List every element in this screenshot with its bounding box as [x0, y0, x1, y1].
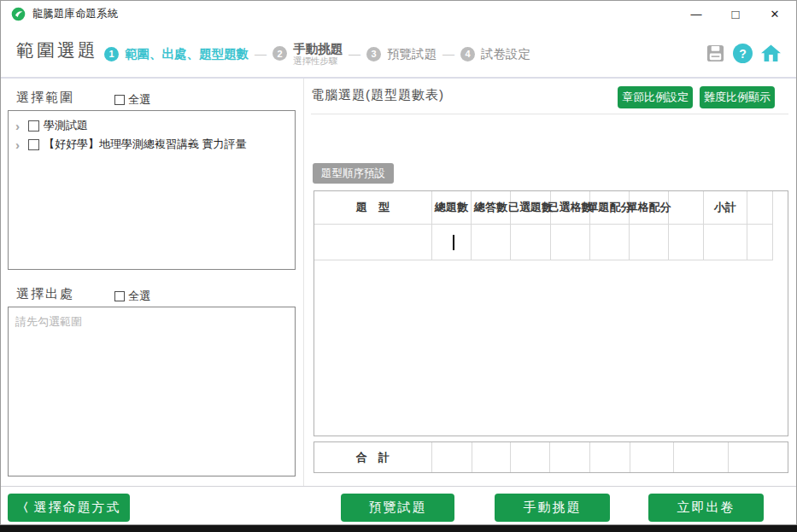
expand-chevron-icon[interactable]: › [15, 138, 24, 151]
step-1-range[interactable]: 1 範圍、出處、題型題數 [104, 46, 249, 62]
total-cell [432, 442, 472, 472]
step-2-manual-pick[interactable]: 2 手動挑題 選擇性步驟 [273, 42, 343, 67]
source-section-title: 選擇出處 [16, 286, 74, 302]
step-separator: — [442, 47, 454, 61]
total-cell [729, 442, 788, 472]
header-icons: ? [706, 43, 782, 64]
question-order-tag[interactable]: 題型順序預設 [313, 163, 394, 184]
col-selected-questions: 已選題數 [511, 191, 551, 225]
source-select-all[interactable]: 全選 [114, 289, 150, 304]
col-spacer-end [747, 191, 773, 225]
difficulty-ratio-button[interactable]: 難度比例顯示 [700, 86, 775, 108]
step-3-label: 預覽試題 [387, 46, 437, 62]
source-placeholder: 請先勾選範圍 [15, 314, 288, 330]
screen: 龍騰題庫命題系統 — □ ✕ 範圍選題 1 範圍、出處、題型題數 — 2 手動挑… [0, 0, 797, 532]
cell-points-per-question[interactable] [590, 225, 630, 260]
step-2-label: 手動挑題 [293, 42, 343, 56]
table-row [314, 225, 788, 260]
text-caret [453, 235, 454, 250]
tree-item-label: 學測試題 [44, 118, 88, 133]
generate-paper-button[interactable]: 立即出卷 [648, 494, 764, 522]
question-type-table: 題 型 總題數 總答數 已選題數 已選格數 單題配分 單格配分 小計 [314, 190, 788, 436]
total-cell [472, 442, 511, 472]
cell-question-type[interactable] [314, 225, 432, 260]
cell-subtotal[interactable] [704, 225, 747, 260]
total-label: 合 計 [314, 442, 432, 472]
total-cell [630, 442, 674, 472]
step-separator: — [349, 47, 360, 61]
cell-spacer [669, 225, 704, 260]
page-title: 範圍選題 [16, 38, 98, 62]
cell-selected-questions[interactable] [511, 225, 551, 260]
total-cell [590, 442, 630, 472]
cell-spacer-end [747, 225, 773, 260]
col-spacer [669, 191, 704, 225]
total-cell [550, 442, 590, 472]
maximize-button[interactable]: □ [716, 1, 755, 26]
range-section-title: 選擇範圍 [16, 90, 74, 106]
step-2-badge: 2 [273, 46, 287, 61]
cell-points-per-blank[interactable] [630, 225, 669, 260]
source-select-all-label: 全選 [128, 289, 150, 304]
step-separator: — [255, 47, 267, 61]
expand-chevron-icon[interactable]: › [15, 120, 24, 132]
step-4-badge: 4 [460, 47, 475, 61]
total-cell [674, 442, 729, 472]
source-select-all-checkbox[interactable] [114, 291, 125, 301]
col-total-questions: 總題數 [432, 191, 472, 225]
step-2-sublabel: 選擇性步驟 [293, 56, 343, 66]
step-4-label: 試卷設定 [481, 46, 530, 62]
home-icon[interactable] [760, 43, 782, 64]
col-question-type: 題 型 [314, 191, 432, 225]
step-4-paper-settings[interactable]: 4 試卷設定 [460, 46, 530, 62]
title-bar: 龍騰題庫命題系統 — □ ✕ [1, 1, 796, 26]
tree-item-workbook[interactable]: › 【好好學】地理學測總複習講義 實力評量 [9, 135, 295, 154]
cell-total-questions-input[interactable] [432, 225, 472, 260]
panel-divider [303, 79, 304, 486]
tree-item-checkbox[interactable] [28, 120, 39, 132]
taskbar-strip [0, 525, 797, 532]
step-1-badge: 1 [104, 47, 119, 61]
range-select-all-label: 全選 [128, 92, 150, 108]
app-logo-icon [11, 7, 26, 21]
range-tree: › 學測試題 › 【好好學】地理學測總複習講義 實力評量 [8, 110, 296, 270]
help-icon[interactable]: ? [733, 44, 753, 63]
chevron-left-icon: 〈 [17, 500, 29, 516]
range-select-all[interactable]: 全選 [114, 92, 150, 108]
cell-total-answers[interactable] [472, 225, 511, 260]
tree-item-exam[interactable]: › 學測試題 [9, 116, 295, 135]
window-title: 龍騰題庫命題系統 [32, 1, 118, 26]
table-header-row: 題 型 總題數 總答數 已選題數 已選格數 單題配分 單格配分 小計 [314, 191, 788, 225]
minimize-button[interactable]: — [677, 1, 716, 26]
col-subtotal: 小計 [704, 191, 747, 225]
header-separator [1, 77, 796, 79]
source-list: 請先勾選範圍 [8, 307, 296, 476]
step-3-badge: 3 [366, 47, 381, 61]
back-button-label: 選擇命題方式 [34, 500, 121, 516]
col-points-per-blank: 單格配分 [630, 191, 669, 225]
save-icon[interactable] [706, 44, 725, 63]
preview-questions-button[interactable]: 預覽試題 [341, 494, 454, 522]
manual-pick-button[interactable]: 手動挑題 [495, 494, 610, 522]
back-to-mode-button[interactable]: 〈 選擇命題方式 [8, 494, 130, 522]
step-1-label: 範圍、出處、題型題數 [125, 46, 249, 62]
computer-selection-title: 電腦選題(題型題數表) [311, 87, 444, 103]
close-button[interactable]: ✕ [755, 1, 794, 26]
total-row: 合 計 [314, 441, 788, 473]
footer-separator [1, 486, 796, 487]
col-total-answers: 總答數 [472, 191, 511, 225]
col-selected-blanks: 已選格數 [551, 191, 590, 225]
col-points-per-question: 單題配分 [590, 191, 630, 225]
wizard-stepper: 1 範圍、出處、題型題數 — 2 手動挑題 選擇性步驟 — 3 預覽試題 — 4… [104, 35, 530, 73]
cell-selected-blanks[interactable] [551, 225, 590, 260]
tree-item-label: 【好好學】地理學測總複習講義 實力評量 [44, 137, 247, 152]
app-window: 龍騰題庫命題系統 — □ ✕ 範圍選題 1 範圍、出處、題型題數 — 2 手動挑… [0, 0, 797, 525]
total-cell [511, 442, 550, 472]
range-select-all-checkbox[interactable] [114, 95, 125, 105]
step-3-preview[interactable]: 3 預覽試題 [366, 46, 437, 62]
main-separator [311, 114, 788, 114]
tree-item-checkbox[interactable] [28, 139, 39, 150]
window-controls: — □ ✕ [677, 1, 794, 26]
chapter-ratio-button[interactable]: 章節比例設定 [618, 86, 693, 108]
